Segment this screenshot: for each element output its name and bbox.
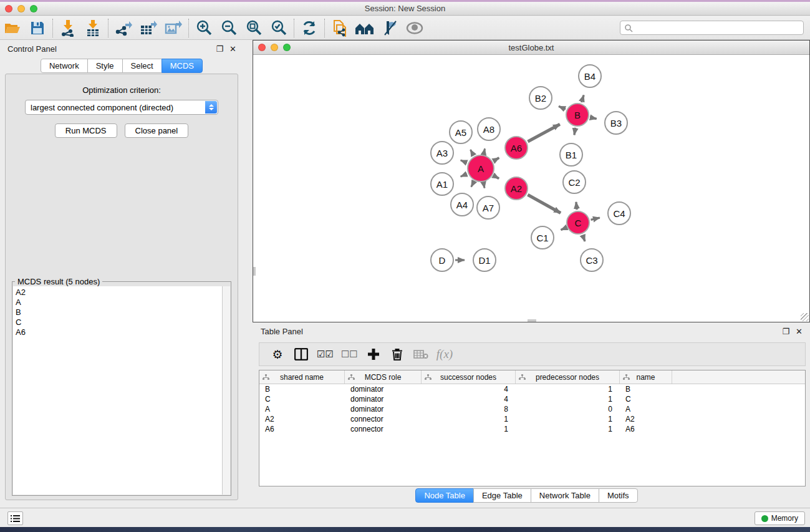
edge-A2-C[interactable] [528, 195, 561, 213]
cell[interactable]: dominator [345, 395, 422, 404]
edge-C-C1[interactable] [561, 228, 566, 230]
node-A6[interactable]: A6 [504, 136, 528, 160]
edge-B-B2[interactable] [559, 106, 566, 109]
edge-A-A4[interactable] [471, 181, 474, 186]
export-table-icon[interactable] [136, 18, 161, 38]
apply-layout-icon[interactable] [297, 18, 322, 38]
tab-style[interactable]: Style [87, 59, 123, 73]
cell[interactable]: connector [345, 415, 422, 423]
show-columns-icon[interactable] [293, 346, 309, 363]
zoom-fit-icon[interactable] [241, 18, 266, 38]
node-C3[interactable]: C3 [580, 248, 604, 272]
mcds-result-item[interactable]: B [16, 307, 230, 317]
node-A4[interactable]: A4 [450, 193, 474, 216]
save-session-icon[interactable] [25, 18, 50, 38]
node-A2[interactable]: A2 [504, 177, 528, 200]
node-B2[interactable]: B2 [529, 86, 552, 110]
cell[interactable]: A [259, 405, 345, 414]
network-canvas[interactable]: B4B2BB3A5A8A6A3B1AA1C2A2A4A7C4CC1C3DD1 [253, 55, 809, 322]
node-C[interactable]: C [566, 211, 590, 235]
import-table-icon[interactable] [80, 18, 105, 38]
node-C4[interactable]: C4 [607, 201, 631, 225]
column-header-MCDS-role[interactable]: MCDS role [345, 370, 422, 384]
cell[interactable]: 0 [516, 405, 620, 414]
table-row-A[interactable]: Adominator80A [259, 404, 805, 414]
tab-mcds[interactable]: MCDS [162, 59, 203, 73]
tab-node-table[interactable]: Node Table [415, 488, 474, 503]
close-panel-icon[interactable]: ✕ [229, 44, 236, 54]
node-B3[interactable]: B3 [604, 111, 628, 135]
cell[interactable]: 8 [422, 405, 516, 414]
table-row-A6[interactable]: A6connector11A6 [259, 424, 805, 434]
node-A[interactable]: A [467, 155, 494, 182]
cell[interactable]: 1 [516, 425, 620, 433]
cell[interactable]: 4 [422, 395, 516, 404]
zoom-in-icon[interactable] [191, 18, 216, 38]
cell[interactable]: A6 [620, 425, 672, 433]
node-B[interactable]: B [566, 103, 589, 127]
node-C2[interactable]: C2 [562, 170, 586, 194]
first-neighbors-icon[interactable] [352, 18, 377, 38]
search-box[interactable] [620, 21, 804, 35]
edge-C-C3[interactable] [582, 235, 585, 241]
float-table-panel-icon[interactable]: ❐ [782, 327, 789, 336]
deselect-all-icon[interactable]: ☐☐ [341, 346, 358, 363]
table-row-C[interactable]: Cdominator41C [259, 394, 805, 404]
column-header-shared-name[interactable]: shared name [259, 370, 345, 384]
edge-B-B4[interactable] [581, 95, 584, 102]
node-B4[interactable]: B4 [578, 64, 602, 88]
cell[interactable]: connector [345, 425, 422, 433]
cell[interactable]: 1 [516, 415, 620, 423]
cell[interactable]: A6 [259, 425, 345, 433]
delete-columns-icon[interactable] [389, 346, 405, 363]
edge-A-A8[interactable] [484, 148, 485, 153]
zoom-selected-icon[interactable] [266, 18, 291, 38]
node-B1[interactable]: B1 [559, 143, 583, 167]
criterion-select[interactable]: largest connected component (directed) [25, 100, 218, 115]
network-window-titlebar[interactable]: testGlobe.txt [253, 41, 809, 55]
cell[interactable]: B [620, 385, 672, 394]
mcds-result-scrollbar[interactable] [222, 286, 230, 495]
cell[interactable]: A [620, 405, 672, 414]
cell[interactable]: 1 [422, 415, 516, 423]
mcds-result-item[interactable]: A [16, 297, 230, 307]
edge-A-A1[interactable] [461, 174, 467, 177]
edge-C-C2[interactable] [576, 202, 577, 210]
cell[interactable]: C [620, 395, 672, 404]
tab-motifs[interactable]: Motifs [599, 488, 638, 503]
edge-C-C4[interactable] [591, 218, 599, 220]
table-settings-icon[interactable]: ⚙ [269, 346, 286, 363]
node-A8[interactable]: A8 [477, 117, 501, 141]
node-A5[interactable]: A5 [449, 120, 473, 144]
cell[interactable]: C [259, 395, 345, 404]
float-panel-icon[interactable]: ❐ [216, 44, 223, 54]
node-A3[interactable]: A3 [430, 141, 454, 165]
mcds-result-item[interactable]: C [16, 317, 230, 327]
edge-A-A7[interactable] [483, 183, 485, 188]
tab-edge-table[interactable]: Edge Table [473, 488, 531, 503]
mcds-result-item[interactable]: A6 [16, 327, 230, 337]
node-A1[interactable]: A1 [430, 172, 454, 196]
cell[interactable]: 1 [422, 425, 516, 433]
add-column-icon[interactable] [365, 346, 382, 363]
close-table-panel-icon[interactable]: ✕ [796, 327, 803, 336]
node-A7[interactable]: A7 [476, 196, 500, 220]
window-resize-grip[interactable] [801, 313, 809, 321]
edge-B-B1[interactable] [574, 128, 576, 135]
tab-network[interactable]: Network [41, 59, 88, 73]
node-C1[interactable]: C1 [531, 226, 554, 249]
export-network-icon[interactable] [111, 18, 136, 38]
node-D1[interactable]: D1 [473, 248, 496, 272]
edge-A-A5[interactable] [470, 150, 473, 155]
column-header-predecessor-nodes[interactable]: predecessor nodes [516, 370, 620, 384]
cell[interactable]: 1 [516, 385, 620, 394]
tab-network-table[interactable]: Network Table [531, 488, 599, 503]
cell[interactable]: B [259, 385, 345, 394]
memory-button[interactable]: Memory [755, 511, 805, 525]
export-image-icon[interactable] [161, 18, 186, 38]
mcds-result-list[interactable]: A2ABCA6 [13, 286, 230, 495]
select-all-icon[interactable]: ☑☑ [317, 346, 334, 363]
edge-A-A2[interactable] [494, 176, 499, 179]
column-header-name[interactable]: name [620, 370, 672, 384]
cell[interactable]: A2 [259, 415, 345, 423]
